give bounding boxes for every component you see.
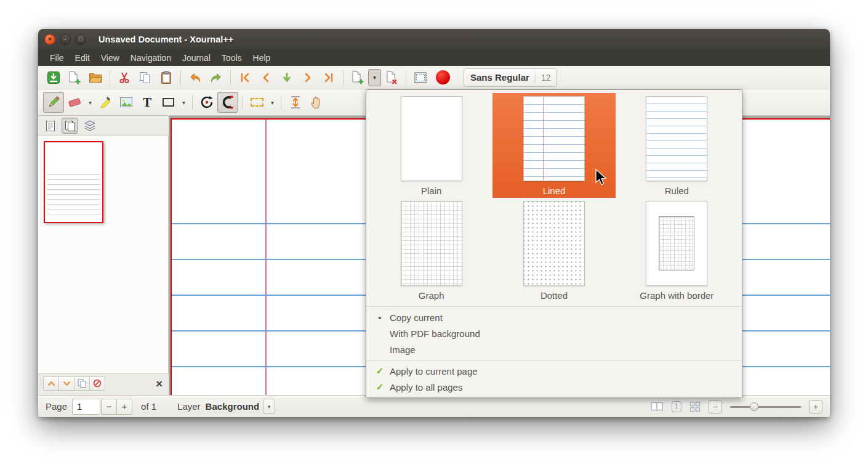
add-page-dropdown-toggle[interactable]: ▾ (368, 69, 381, 86)
select-region-button[interactable] (246, 92, 267, 113)
minimize-icon: − (63, 36, 67, 43)
eraser-tool-button[interactable] (64, 92, 85, 113)
paste-button[interactable] (156, 68, 177, 87)
undo-button[interactable] (185, 68, 206, 87)
record-audio-button[interactable] (431, 68, 455, 87)
vertical-space-button[interactable] (285, 92, 306, 113)
font-button[interactable]: Sans Regular 12 (464, 68, 557, 87)
template-plain[interactable]: Plain (370, 93, 492, 198)
layer-name: Background (206, 401, 260, 412)
page-indicator-button[interactable]: 1 (672, 401, 681, 412)
page-thumbnail[interactable] (44, 141, 103, 223)
zoom-slider[interactable] (730, 401, 801, 413)
option-apply-current-page[interactable]: ✓ Apply to current page (366, 363, 742, 379)
eraser-dropdown-toggle[interactable]: ▾ (85, 92, 95, 113)
next-page-button[interactable] (297, 68, 318, 87)
maximize-button[interactable]: □ (75, 34, 86, 45)
chevron-up-icon (47, 381, 55, 386)
menu-help[interactable]: Help (247, 51, 276, 65)
sidebar-toolbar: × (38, 374, 169, 395)
new-document-button[interactable] (64, 68, 85, 87)
move-page-up-button[interactable] (43, 376, 59, 391)
toolbar-separator (192, 95, 193, 110)
option-image[interactable]: Image (366, 341, 742, 357)
template-thumb-lined (523, 96, 585, 181)
template-thumb-plain (401, 96, 462, 181)
option-copy-current[interactable]: • Copy current (366, 309, 742, 325)
move-page-down-button[interactable] (58, 376, 74, 391)
option-apply-all-pages[interactable]: ✓ Apply to all pages (366, 379, 742, 395)
template-graph[interactable]: Graph (370, 198, 492, 303)
sidebar-page-preview-button[interactable] (62, 118, 78, 134)
minimize-button[interactable]: − (60, 34, 71, 45)
last-page-button[interactable] (318, 68, 339, 87)
sidebar-layers-button[interactable] (81, 118, 98, 134)
template-label: Dotted (540, 290, 568, 301)
highlighter-tool-button[interactable] (95, 92, 116, 113)
menu-tools[interactable]: Tools (216, 51, 247, 65)
option-with-pdf-background[interactable]: With PDF background (366, 325, 742, 341)
open-button[interactable] (85, 68, 106, 87)
shape-tool-button[interactable] (158, 92, 179, 113)
dual-page-view-button[interactable] (650, 402, 664, 412)
sidebar: × (38, 116, 169, 395)
add-page-button[interactable] (347, 68, 368, 87)
shape-dropdown-toggle[interactable]: ▾ (179, 92, 188, 113)
delete-page-icon (385, 71, 398, 84)
hand-tool-button[interactable] (306, 92, 327, 113)
sidebar-contents-button[interactable] (42, 118, 58, 134)
window-title: Unsaved Document - Xournal++ (98, 35, 233, 44)
copy-icon (139, 71, 151, 84)
minus-icon: − (713, 402, 718, 412)
zoom-in-button[interactable]: + (809, 400, 822, 413)
zoom-slider-handle[interactable] (750, 402, 758, 411)
document-outline-icon (46, 120, 55, 132)
save-button[interactable] (43, 68, 64, 87)
menu-journal[interactable]: Journal (177, 51, 216, 65)
page-number-input[interactable] (72, 399, 100, 415)
page-decrement-button[interactable]: − (101, 399, 117, 415)
zoom-out-button[interactable]: − (709, 400, 722, 413)
first-page-button[interactable] (235, 68, 255, 87)
toolbar-separator (242, 95, 243, 110)
menu-file[interactable]: File (44, 51, 70, 65)
delete-page-button[interactable] (381, 68, 402, 87)
page-increment-button[interactable]: + (116, 399, 132, 415)
close-sidebar-button[interactable]: × (156, 378, 163, 389)
template-thumb-graph (401, 201, 462, 286)
goto-page-button[interactable] (276, 68, 297, 87)
redo-button[interactable] (206, 68, 227, 87)
cut-button[interactable] (114, 68, 135, 87)
redo-icon (209, 71, 223, 84)
previous-page-button[interactable] (255, 68, 276, 87)
shape-recognizer-button[interactable] (196, 92, 217, 113)
mouse-cursor (595, 169, 607, 186)
menu-edit[interactable]: Edit (70, 51, 95, 65)
paired-pages-button[interactable] (410, 68, 431, 87)
menu-view[interactable]: View (95, 51, 125, 65)
toolbar-separator (281, 95, 281, 110)
pen-tool-button[interactable] (43, 92, 64, 113)
text-tool-button[interactable]: T (137, 92, 158, 113)
menu-navigation[interactable]: Navigation (125, 51, 177, 65)
layer-label: Layer (177, 401, 201, 412)
copy-button[interactable] (135, 68, 156, 87)
copy-page-button[interactable] (74, 376, 90, 391)
layer-dropdown-button[interactable]: ▾ (263, 399, 275, 414)
chevron-down-icon: ▾ (271, 99, 274, 106)
undo-icon (188, 71, 202, 84)
plus-icon: + (813, 402, 818, 412)
grid-view-button[interactable] (689, 401, 701, 412)
pencil-icon (47, 96, 60, 109)
image-tool-button[interactable] (116, 92, 137, 113)
template-ruled[interactable]: Ruled (616, 93, 738, 198)
template-dotted[interactable]: Dotted (492, 198, 615, 303)
select-dropdown-toggle[interactable]: ▾ (267, 92, 277, 113)
template-graph-with-border[interactable]: Graph with border (616, 198, 738, 303)
snapping-button[interactable] (217, 92, 238, 113)
bullet-icon: • (376, 312, 384, 323)
paired-pages-icon (414, 71, 427, 84)
record-icon (436, 70, 450, 84)
delete-page-sidebar-button[interactable] (89, 376, 105, 391)
close-button[interactable]: × (44, 34, 55, 45)
